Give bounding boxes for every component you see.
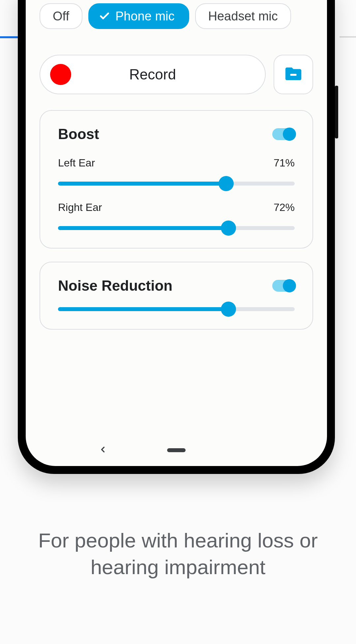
boost-right-label: Right Ear — [58, 201, 102, 214]
slider-fill — [58, 226, 228, 230]
boost-left-label: Left Ear — [58, 157, 95, 169]
recordings-folder-button[interactable] — [274, 55, 313, 94]
boost-right-labels: Right Ear 72% — [58, 201, 295, 214]
phone-frame: Off Phone mic Headset mic Record — [18, 0, 335, 474]
mic-source-off[interactable]: Off — [40, 3, 82, 29]
mic-source-phone-label: Phone mic — [115, 9, 175, 23]
slider-thumb — [221, 302, 236, 317]
folder-icon — [284, 64, 303, 85]
boost-right-block: Right Ear 72% — [58, 201, 295, 230]
phone-screen: Off Phone mic Headset mic Record — [26, 0, 327, 466]
boost-card: Boost Left Ear 71% — [40, 110, 313, 249]
toggle-knob — [283, 279, 296, 292]
mic-source-phone[interactable]: Phone mic — [88, 3, 189, 29]
boost-left-block: Left Ear 71% — [58, 157, 295, 186]
boost-left-labels: Left Ear 71% — [58, 157, 295, 169]
bg-accent-line-right — [340, 36, 356, 38]
slider-fill — [58, 182, 226, 186]
mic-source-off-label: Off — [53, 9, 69, 23]
boost-right-value: 72% — [274, 201, 295, 214]
boost-toggle[interactable] — [272, 128, 295, 140]
noise-toggle[interactable] — [272, 280, 295, 292]
boost-left-value: 71% — [274, 157, 295, 169]
boost-card-header: Boost — [58, 126, 295, 142]
noise-card-header: Noise Reduction — [58, 278, 295, 294]
slider-fill — [58, 307, 228, 311]
bg-accent-line-left — [0, 36, 20, 38]
record-button[interactable]: Record — [40, 55, 266, 94]
check-icon — [99, 11, 110, 22]
marketing-caption: For people with hearing loss or hearing … — [0, 527, 356, 580]
mic-source-headset[interactable]: Headset mic — [195, 3, 291, 29]
phone-side-button — [335, 86, 338, 138]
android-navbar — [26, 440, 327, 460]
mic-source-headset-label: Headset mic — [208, 9, 278, 23]
svg-rect-0 — [290, 74, 296, 76]
boost-right-slider[interactable] — [58, 226, 295, 230]
slider-thumb — [219, 176, 234, 191]
boost-title: Boost — [58, 126, 99, 142]
boost-left-slider[interactable] — [58, 182, 295, 186]
record-label: Record — [40, 66, 265, 83]
mic-source-segmented: Off Phone mic Headset mic — [40, 3, 313, 29]
app-content: Off Phone mic Headset mic Record — [26, 0, 327, 466]
toggle-knob — [283, 128, 296, 141]
noise-title: Noise Reduction — [58, 278, 172, 294]
record-row: Record — [40, 55, 313, 94]
nav-home-pill[interactable] — [167, 448, 186, 452]
noise-card: Noise Reduction — [40, 262, 313, 330]
slider-thumb — [221, 220, 236, 236]
nav-back-button[interactable] — [98, 445, 107, 455]
noise-slider[interactable] — [58, 307, 295, 311]
